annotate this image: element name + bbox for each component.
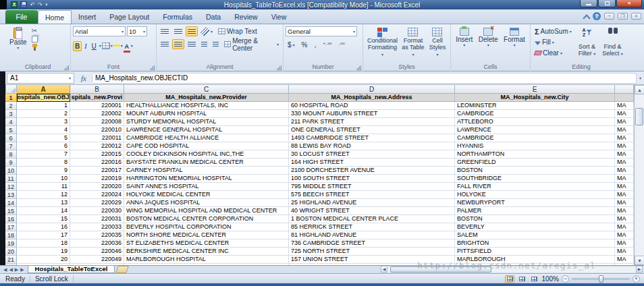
- prev-sheet-icon[interactable]: ◀: [9, 267, 12, 273]
- cell[interactable]: LAWRENCE GENERAL HOSPITAL: [124, 126, 289, 134]
- cell[interactable]: BERKSHIRE MEDICAL CENTER INC: [124, 248, 289, 256]
- tab-review[interactable]: Review: [227, 10, 264, 24]
- cell[interactable]: 220001: [70, 102, 124, 110]
- fill-color-dropdown-icon[interactable]: ▾: [121, 44, 123, 48]
- cell[interactable]: COOLEY DICKINSON HOSPITAL INC,THE: [124, 150, 289, 159]
- format-cells-button[interactable]: Format ▾: [502, 26, 527, 49]
- row-header-9[interactable]: 9: [5, 159, 17, 167]
- cell[interactable]: 220030: [70, 207, 124, 215]
- cell[interactable]: BEVERLY: [455, 223, 615, 231]
- column-header-F[interactable]: [615, 85, 634, 94]
- zoom-in-icon[interactable]: +: [633, 275, 640, 283]
- last-sheet-icon[interactable]: ▶: [20, 267, 24, 273]
- cell[interactable]: 220002: [70, 110, 124, 118]
- font-color-button[interactable]: A: [124, 39, 130, 53]
- header-cell-F1[interactable]: [615, 94, 634, 102]
- cell[interactable]: 220049: [70, 256, 124, 264]
- sheet-tab[interactable]: Hospitals_TableToExcel: [28, 266, 115, 273]
- column-header-C[interactable]: C: [124, 85, 289, 94]
- cell[interactable]: CAPE COD HOSPITAL: [124, 142, 289, 150]
- row-header-1[interactable]: 1: [5, 94, 17, 102]
- cell[interactable]: BRIGHTON: [455, 239, 615, 248]
- cell[interactable]: MA: [615, 102, 634, 110]
- insert-cells-button[interactable]: Insert ▾: [454, 26, 475, 49]
- cell[interactable]: 16: [17, 223, 70, 231]
- row-header-14[interactable]: 14: [5, 199, 17, 207]
- scroll-right-icon[interactable]: ▶: [636, 266, 643, 273]
- row-header-10[interactable]: 10: [5, 167, 17, 175]
- font-dialog-launcher-icon[interactable]: [150, 65, 155, 70]
- find-select-button[interactable]: Find & Select ▾: [600, 26, 625, 58]
- cell[interactable]: HOLYOKE MEDICAL CENTER: [124, 191, 289, 199]
- collapse-ribbon-icon[interactable]: [584, 15, 589, 18]
- cell[interactable]: 220033: [70, 223, 124, 231]
- cell[interactable]: 13: [17, 199, 70, 207]
- maximize-button[interactable]: [598, 0, 616, 7]
- row-header-6[interactable]: 6: [5, 134, 17, 142]
- cell[interactable]: BEVERLY HOSPITAL CORPORATION: [124, 223, 289, 231]
- tab-data[interactable]: Data: [199, 10, 227, 24]
- clear-button[interactable]: Clear▾: [533, 48, 574, 58]
- cell[interactable]: MA: [615, 126, 634, 134]
- alignment-dialog-launcher-icon[interactable]: [277, 65, 281, 70]
- select-all-corner[interactable]: [5, 85, 17, 94]
- cell[interactable]: MA: [615, 223, 634, 231]
- paste-button[interactable]: Paste ▾: [7, 26, 29, 51]
- row-header-20[interactable]: 20: [5, 248, 17, 256]
- cell[interactable]: 1493 CAMBRIDGE STREET: [289, 134, 455, 142]
- cell[interactable]: 100 SOUTH STREET: [289, 175, 455, 183]
- cell[interactable]: WING MEMORIAL HOSPITAL AND MEDICAL CENTE…: [124, 207, 289, 215]
- row-header-7[interactable]: 7: [5, 142, 17, 150]
- cell[interactable]: SOUTHBRIDGE: [455, 175, 615, 183]
- align-middle-button[interactable]: [172, 26, 184, 36]
- help-icon[interactable]: ?: [593, 12, 601, 20]
- decrease-decimal-button[interactable]: ·⁰⁰: [337, 40, 347, 50]
- cell[interactable]: 220015: [70, 150, 124, 159]
- cell[interactable]: 8: [17, 159, 70, 167]
- cell[interactable]: MA: [615, 256, 634, 264]
- header-cell-D1[interactable]: MA_Hospitals_new.Address: [289, 94, 455, 102]
- column-header-A[interactable]: A: [17, 85, 70, 94]
- workbook-restore-button[interactable]: ❐: [618, 13, 628, 20]
- borders-icon[interactable]: [102, 42, 110, 49]
- align-center-button[interactable]: [172, 39, 184, 49]
- cell[interactable]: 7: [17, 150, 70, 159]
- increase-indent-button[interactable]: [211, 39, 221, 49]
- page-break-view-button[interactable]: [529, 275, 539, 283]
- cell[interactable]: 220024: [70, 191, 124, 199]
- cell[interactable]: 40 WRIGHT STREET: [289, 207, 455, 215]
- font-color-dropdown-icon[interactable]: ▾: [131, 44, 133, 48]
- sort-filter-button[interactable]: AZ Sort & Filter ▾: [576, 26, 598, 58]
- conditional-formatting-button[interactable]: Conditional Formatting ▾: [365, 26, 400, 59]
- cell[interactable]: 736 CAMBRIDGE STREET: [289, 239, 455, 248]
- align-bottom-button[interactable]: [186, 26, 198, 36]
- zoom-slider-thumb[interactable]: [599, 275, 603, 283]
- workbook-close-button[interactable]: ×: [631, 13, 641, 20]
- row-header-15[interactable]: 15: [5, 207, 17, 215]
- align-top-button[interactable]: [159, 26, 171, 36]
- tab-insert[interactable]: Insert: [72, 10, 103, 24]
- cell[interactable]: MA: [615, 134, 634, 142]
- font-name-select[interactable]: Arial ▾: [73, 26, 126, 36]
- tab-page-layout[interactable]: Page Layout: [103, 10, 156, 24]
- cell[interactable]: 220012: [70, 142, 124, 150]
- cell[interactable]: GREENFIELD: [455, 159, 615, 167]
- cell[interactable]: 10: [17, 175, 70, 183]
- close-button[interactable]: ×: [616, 0, 642, 7]
- cell[interactable]: MA: [615, 248, 634, 256]
- cell[interactable]: 330 MOUNT AUBURN STREET: [289, 110, 455, 118]
- cell[interactable]: 20: [17, 256, 70, 264]
- vertical-scrollbar[interactable]: ▲ ▼: [634, 85, 644, 265]
- sheet-nav-arrows[interactable]: ◀ ◀ ▶ ▶: [0, 267, 28, 273]
- cell[interactable]: 3: [17, 118, 70, 126]
- row-header-4[interactable]: 4: [5, 118, 17, 126]
- scroll-up-icon[interactable]: ▲: [635, 85, 644, 94]
- cell[interactable]: 220046: [70, 248, 124, 256]
- first-sheet-icon[interactable]: ◀: [3, 267, 7, 273]
- row-header-19[interactable]: 19: [5, 239, 17, 248]
- italic-button[interactable]: I: [82, 41, 88, 51]
- number-format-select[interactable]: General ▾: [286, 26, 357, 36]
- row-header-8[interactable]: 8: [5, 150, 17, 159]
- cell[interactable]: 11: [17, 183, 70, 191]
- cell[interactable]: MA: [615, 231, 634, 239]
